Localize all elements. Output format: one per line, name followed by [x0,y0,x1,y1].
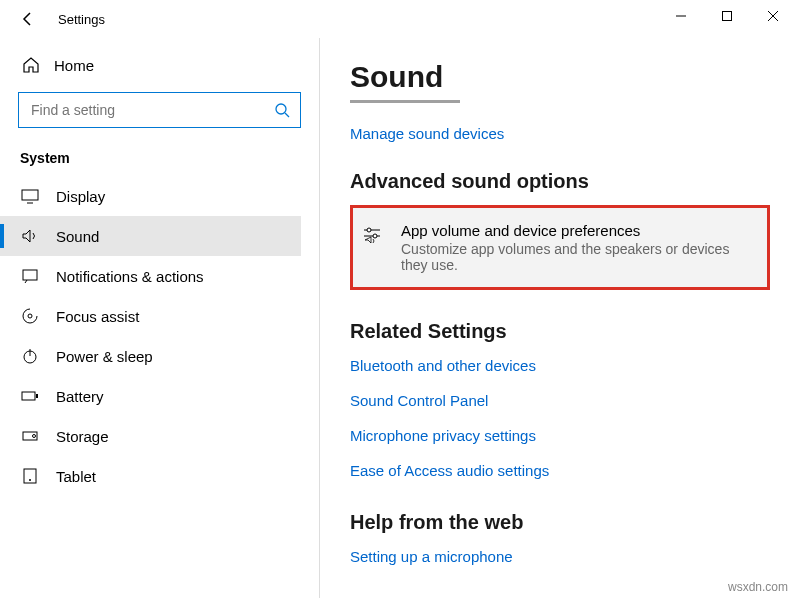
sidebar-item-label: Battery [56,388,104,405]
sidebar-item-label: Sound [56,228,99,245]
sidebar-item-label: Focus assist [56,308,139,325]
related-link-bluetooth[interactable]: Bluetooth and other devices [350,353,796,378]
svg-rect-0 [723,12,732,21]
sidebar-item-display[interactable]: Display [0,176,301,216]
display-icon [21,187,39,205]
help-header: Help from the web [350,511,796,534]
sidebar-item-battery[interactable]: Battery [0,376,301,416]
arrow-left-icon [20,11,36,27]
svg-rect-2 [22,190,38,200]
section-header: System [20,150,301,166]
sliders-icon [361,224,383,246]
minimize-icon [675,10,687,22]
svg-point-13 [373,234,377,238]
search-input[interactable] [29,101,274,119]
home-nav[interactable]: Home [18,48,301,82]
power-icon [21,347,39,365]
svg-rect-6 [22,392,35,400]
maximize-button[interactable] [704,0,750,32]
title-underline [350,100,460,103]
sidebar: Home System Display Sound Notifications … [0,38,320,598]
close-button[interactable] [750,0,796,32]
svg-rect-8 [23,432,37,440]
sidebar-item-notifications[interactable]: Notifications & actions [0,256,301,296]
app-volume-option[interactable]: App volume and device preferences Custom… [350,205,770,290]
close-icon [767,10,779,22]
storage-icon [21,427,39,445]
sidebar-item-focus-assist[interactable]: Focus assist [0,296,301,336]
sidebar-item-storage[interactable]: Storage [0,416,301,456]
svg-point-12 [367,228,371,232]
option-title: App volume and device preferences [401,222,751,239]
main-content: Sound Manage sound devices Advanced soun… [320,38,796,598]
sidebar-item-sound[interactable]: Sound [0,216,301,256]
sound-icon [21,227,39,245]
help-link-microphone[interactable]: Setting up a microphone [350,544,796,569]
manage-devices-link[interactable]: Manage sound devices [350,121,504,146]
minimize-button[interactable] [658,0,704,32]
watermark: wsxdn.com [728,580,788,594]
advanced-header: Advanced sound options [350,170,796,193]
tablet-icon [21,467,39,485]
sidebar-item-power-sleep[interactable]: Power & sleep [0,336,301,376]
focus-icon [21,307,39,325]
svg-point-1 [276,104,286,114]
maximize-icon [721,10,733,22]
svg-point-4 [28,314,32,318]
svg-rect-7 [36,394,38,398]
svg-point-11 [29,479,31,481]
sidebar-item-label: Power & sleep [56,348,153,365]
sidebar-item-label: Storage [56,428,109,445]
notification-icon [21,267,39,285]
related-link-ease-of-access[interactable]: Ease of Access audio settings [350,458,796,483]
related-header: Related Settings [350,320,796,343]
search-box[interactable] [18,92,301,128]
sidebar-item-tablet[interactable]: Tablet [0,456,301,496]
titlebar: Settings [0,0,796,38]
option-desc: Customize app volumes and the speakers o… [401,241,751,273]
search-icon [274,102,290,118]
sidebar-item-label: Display [56,188,105,205]
svg-point-9 [33,435,36,438]
svg-rect-3 [23,270,37,280]
home-icon [22,56,40,74]
back-button[interactable] [14,5,42,33]
sidebar-item-label: Notifications & actions [56,268,204,285]
related-link-sound-control[interactable]: Sound Control Panel [350,388,796,413]
home-label: Home [54,57,94,74]
page-title: Sound [350,60,796,94]
sidebar-item-label: Tablet [56,468,96,485]
battery-icon [21,387,39,405]
related-link-microphone-privacy[interactable]: Microphone privacy settings [350,423,796,448]
window-title: Settings [58,12,105,27]
